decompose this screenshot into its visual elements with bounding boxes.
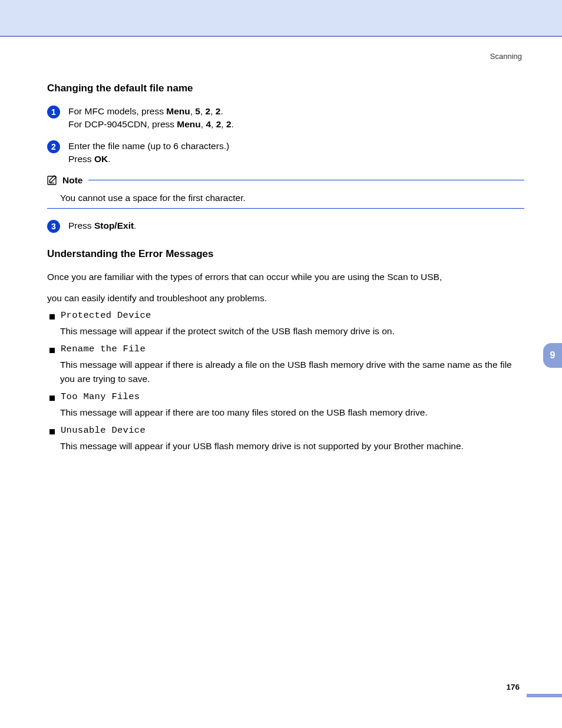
error-item: Too Many Files This message will appear … <box>47 391 524 419</box>
error-name: Protected Device <box>61 310 151 321</box>
footer-accent-bar <box>527 694 562 697</box>
step-badge-3: 3 <box>47 220 60 233</box>
pencil-note-icon <box>47 174 59 186</box>
note-body: You cannot use a space for the first cha… <box>60 191 524 205</box>
t: , <box>211 119 216 129</box>
intro-line-1: Once you are familiar with the types of … <box>47 268 524 285</box>
kw-2: 2 <box>216 119 222 129</box>
step-2: 2 Enter the file name (up to 6 character… <box>47 140 524 166</box>
note-rule-bottom <box>47 208 524 209</box>
error-name: Too Many Files <box>61 391 140 402</box>
square-bullet-icon <box>49 314 55 319</box>
square-bullet-icon <box>49 429 55 434</box>
t: , <box>221 119 226 129</box>
step-2-text: Enter the file name (up to 6 characters.… <box>68 140 524 166</box>
t: . <box>220 106 223 116</box>
intro-line-2: you can easily identify and troubleshoot… <box>47 289 524 307</box>
error-desc: This message will appear if there are to… <box>60 406 524 419</box>
t: , <box>200 106 206 116</box>
t: . <box>108 154 110 164</box>
error-desc: This message will appear if your USB fla… <box>60 439 524 453</box>
note-header: Note <box>47 174 524 186</box>
error-item: Rename the File This message will appear… <box>47 344 524 386</box>
kw-menu: Menu <box>177 119 200 129</box>
error-desc: This message will appear if there is alr… <box>60 358 524 386</box>
top-banner <box>0 0 562 37</box>
t: . <box>134 220 136 230</box>
t: , <box>210 106 216 116</box>
t: For DCP-9045CDN, press <box>68 119 177 129</box>
t: For MFC models, press <box>68 106 166 116</box>
note-block: Note You cannot use a space for the firs… <box>47 174 524 209</box>
note-rule-top <box>88 180 524 180</box>
page-number: 176 <box>506 683 520 691</box>
step-3-text: Press Stop/Exit. <box>68 219 524 232</box>
t: Press <box>68 154 94 164</box>
kw-2: 2 <box>226 119 232 129</box>
page-root: Scanning Changing the default file name … <box>0 0 562 728</box>
heading-error-messages: Understanding the Error Messages <box>47 248 524 260</box>
t: Press <box>68 220 94 230</box>
step-1: 1 For MFC models, press Menu, 5, 2, 2. F… <box>47 105 524 131</box>
error-desc: This message will appear if the protect … <box>60 324 524 338</box>
kw-stop-exit: Stop/Exit <box>94 220 134 230</box>
square-bullet-icon <box>49 396 55 401</box>
t: Enter the file name (up to 6 characters.… <box>68 140 524 153</box>
content-area: Changing the default file name 1 For MFC… <box>47 83 524 459</box>
error-name: Unusable Device <box>61 425 146 436</box>
error-list: Protected Device This message will appea… <box>47 310 524 453</box>
note-title: Note <box>62 175 82 186</box>
error-item: Unusable Device This message will appear… <box>47 425 524 453</box>
error-name: Rename the File <box>61 344 146 354</box>
chapter-side-tab: 9 <box>543 343 562 368</box>
kw-5: 5 <box>195 106 200 116</box>
step-3: 3 Press Stop/Exit. <box>47 219 524 233</box>
kw-menu: Menu <box>166 106 190 116</box>
square-bullet-icon <box>49 348 55 353</box>
step-badge-2: 2 <box>47 140 60 153</box>
heading-changing-default-filename: Changing the default file name <box>47 83 524 94</box>
kw-4: 4 <box>206 119 211 129</box>
header-section-label: Scanning <box>490 52 522 61</box>
t: . <box>232 119 234 129</box>
error-item: Protected Device This message will appea… <box>47 310 524 338</box>
kw-2: 2 <box>206 106 211 116</box>
step-badge-1: 1 <box>47 106 60 118</box>
step-1-text: For MFC models, press Menu, 5, 2, 2. For… <box>68 105 524 131</box>
kw-ok: OK <box>94 154 108 164</box>
